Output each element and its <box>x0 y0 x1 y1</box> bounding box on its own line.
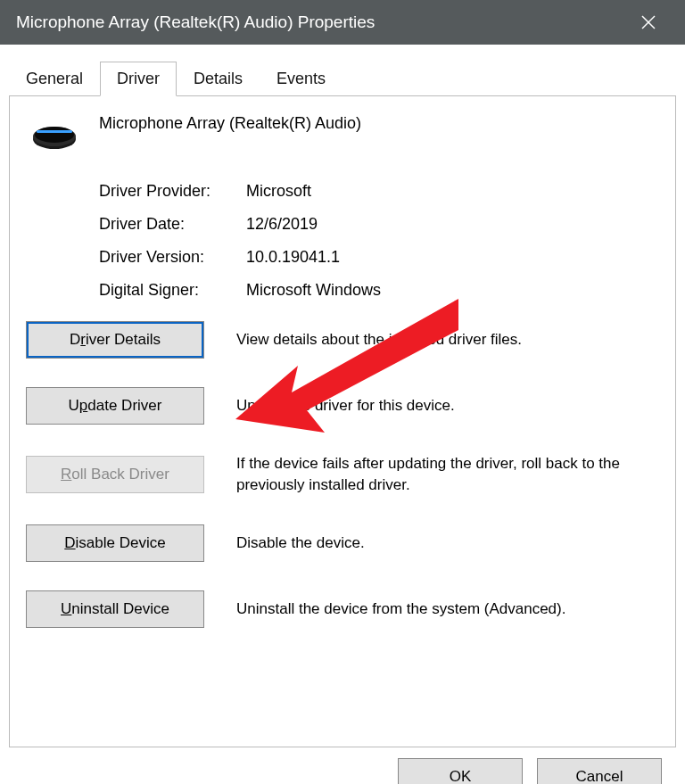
driver-provider-value: Microsoft <box>246 182 659 201</box>
tab-strip: General Driver Details Events <box>9 61 676 96</box>
ok-button[interactable]: OK <box>398 758 523 784</box>
device-header: Microphone Array (Realtek(R) Audio) <box>29 114 659 157</box>
device-name-label: Microphone Array (Realtek(R) Audio) <box>99 114 361 133</box>
cancel-button[interactable]: Cancel <box>537 758 662 784</box>
uninstall-device-desc: Uninstall the device from the system (Ad… <box>236 598 659 620</box>
digital-signer-value: Microsoft Windows <box>246 281 659 300</box>
disable-device-desc: Disable the device. <box>236 532 659 554</box>
close-button[interactable] <box>628 2 669 43</box>
tab-panel-driver: Microphone Array (Realtek(R) Audio) Driv… <box>9 96 676 747</box>
svg-rect-5 <box>37 130 72 133</box>
close-icon <box>640 14 656 30</box>
device-icon <box>29 114 79 157</box>
titlebar: Microphone Array (Realtek(R) Audio) Prop… <box>0 0 685 45</box>
tab-events[interactable]: Events <box>260 62 342 96</box>
digital-signer-label: Digital Signer: <box>99 281 246 300</box>
roll-back-driver-button: Roll Back Driver <box>26 456 204 493</box>
actions-area: Driver Details View details about the in… <box>26 321 659 628</box>
update-driver-button[interactable]: Update Driver <box>26 387 204 425</box>
driver-details-button[interactable]: Driver Details <box>26 321 204 359</box>
driver-version-value: 10.0.19041.1 <box>246 248 659 267</box>
driver-info-grid: Driver Provider: Microsoft Driver Date: … <box>99 182 659 300</box>
annotation-arrow-icon <box>235 290 467 459</box>
tab-details[interactable]: Details <box>177 62 260 96</box>
uninstall-device-button[interactable]: Uninstall Device <box>26 590 204 628</box>
svg-point-4 <box>35 127 74 143</box>
driver-provider-label: Driver Provider: <box>99 182 246 201</box>
roll-back-driver-desc: If the device fails after updating the d… <box>236 453 659 496</box>
update-driver-desc: Update the driver for this device. <box>236 395 659 417</box>
tab-general[interactable]: General <box>9 62 100 96</box>
disable-device-button[interactable]: Disable Device <box>26 524 204 562</box>
window-title: Microphone Array (Realtek(R) Audio) Prop… <box>16 12 628 32</box>
driver-details-desc: View details about the installed driver … <box>236 329 659 351</box>
dialog-button-row: OK Cancel <box>9 747 676 784</box>
driver-version-label: Driver Version: <box>99 248 246 267</box>
tab-driver[interactable]: Driver <box>100 62 177 96</box>
driver-date-value: 12/6/2019 <box>246 215 659 234</box>
driver-date-label: Driver Date: <box>99 215 246 234</box>
